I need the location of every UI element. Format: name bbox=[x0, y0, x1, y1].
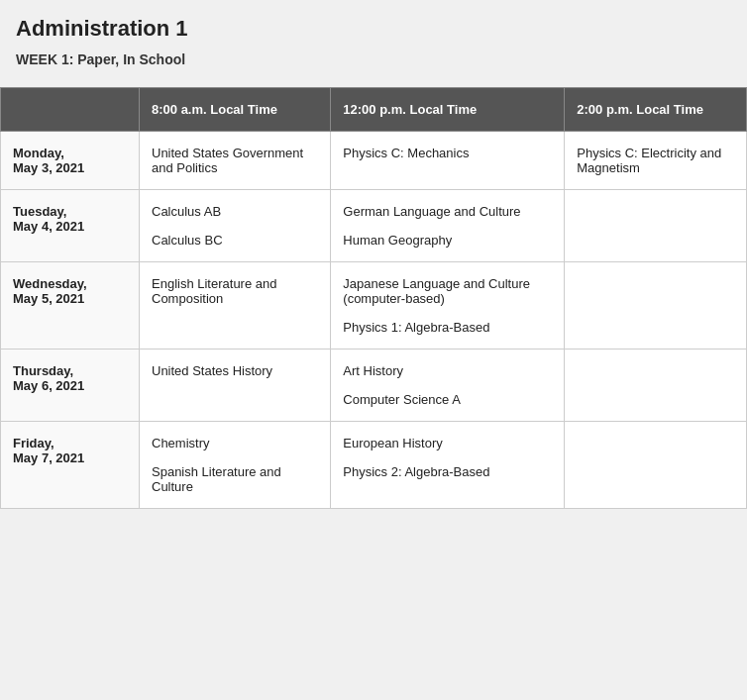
day-cell: Wednesday,May 5, 2021 bbox=[1, 262, 140, 350]
day-name: Tuesday, bbox=[13, 204, 127, 219]
subject-item: German Language and Culture bbox=[343, 204, 552, 219]
subject-item: Physics 2: Algebra-Based bbox=[343, 464, 552, 479]
table-row: Thursday,May 6, 2021United States Histor… bbox=[1, 350, 747, 422]
cell-2pm bbox=[565, 262, 747, 350]
header-section: Administration 1 WEEK 1: Paper, In Schoo… bbox=[0, 0, 747, 87]
subject-item: Physics C: Electricity and Magnetism bbox=[577, 146, 734, 175]
cell-2pm bbox=[565, 350, 747, 422]
day-date: May 7, 2021 bbox=[13, 450, 127, 465]
day-date: May 6, 2021 bbox=[13, 378, 127, 393]
cell-8am: United States Government and Politics bbox=[140, 132, 331, 190]
cell-8am: Calculus ABCalculus BC bbox=[140, 190, 331, 262]
subject-item: English Literature and Composition bbox=[152, 276, 318, 306]
subject-item: Physics 1: Algebra-Based bbox=[343, 320, 552, 335]
subject-item: Computer Science A bbox=[343, 392, 552, 407]
day-name: Monday, bbox=[13, 146, 127, 160]
subject-item: Chemistry bbox=[152, 436, 318, 450]
subject-item: Art History bbox=[343, 363, 552, 378]
table-row: Wednesday,May 5, 2021English Literature … bbox=[1, 262, 747, 350]
cell-12pm: Physics C: Mechanics bbox=[331, 132, 565, 190]
subject-item: United States Government and Politics bbox=[152, 146, 318, 175]
day-date: May 5, 2021 bbox=[13, 291, 127, 306]
table-row: Friday,May 7, 2021ChemistrySpanish Liter… bbox=[1, 422, 747, 509]
col-header-12pm: 12:00 p.m. Local Time bbox=[331, 88, 565, 132]
subject-item: Physics C: Mechanics bbox=[343, 146, 552, 160]
day-name: Thursday, bbox=[13, 363, 127, 378]
cell-2pm bbox=[565, 190, 747, 262]
cell-12pm: Art HistoryComputer Science A bbox=[331, 350, 565, 422]
day-name: Wednesday, bbox=[13, 276, 127, 291]
cell-12pm: Japanese Language and Culture (computer-… bbox=[331, 262, 565, 350]
col-header-8am: 8:00 a.m. Local Time bbox=[140, 88, 331, 132]
day-date: May 3, 2021 bbox=[13, 160, 127, 175]
cell-2pm: Physics C: Electricity and Magnetism bbox=[565, 132, 747, 190]
table-row: Tuesday,May 4, 2021Calculus ABCalculus B… bbox=[1, 190, 747, 262]
cell-8am: ChemistrySpanish Literature and Culture bbox=[140, 422, 331, 509]
day-cell: Tuesday,May 4, 2021 bbox=[1, 190, 140, 262]
table-row: Monday,May 3, 2021United States Governme… bbox=[1, 132, 747, 190]
cell-12pm: European HistoryPhysics 2: Algebra-Based bbox=[331, 422, 565, 509]
subject-item: Calculus AB bbox=[152, 204, 318, 219]
cell-12pm: German Language and CultureHuman Geograp… bbox=[331, 190, 565, 262]
cell-2pm bbox=[565, 422, 747, 509]
day-name: Friday, bbox=[13, 436, 127, 450]
schedule-table-wrapper: 8:00 a.m. Local Time 12:00 p.m. Local Ti… bbox=[0, 87, 747, 509]
day-cell: Friday,May 7, 2021 bbox=[1, 422, 140, 509]
page-title: Administration 1 bbox=[16, 16, 731, 42]
day-cell: Monday,May 3, 2021 bbox=[1, 132, 140, 190]
subject-item: Human Geography bbox=[343, 233, 552, 248]
cell-8am: English Literature and Composition bbox=[140, 262, 331, 350]
subject-item: Spanish Literature and Culture bbox=[152, 464, 318, 494]
week-label: WEEK 1: Paper, In School bbox=[16, 51, 731, 67]
subject-item: Japanese Language and Culture (computer-… bbox=[343, 276, 552, 306]
col-header-day bbox=[1, 88, 140, 132]
day-cell: Thursday,May 6, 2021 bbox=[1, 350, 140, 422]
subject-item: Calculus BC bbox=[152, 233, 318, 248]
subject-item: United States History bbox=[152, 363, 318, 378]
col-header-2pm: 2:00 p.m. Local Time bbox=[565, 88, 747, 132]
cell-8am: United States History bbox=[140, 350, 331, 422]
day-date: May 4, 2021 bbox=[13, 219, 127, 234]
schedule-table: 8:00 a.m. Local Time 12:00 p.m. Local Ti… bbox=[0, 87, 747, 509]
subject-item: European History bbox=[343, 436, 552, 450]
